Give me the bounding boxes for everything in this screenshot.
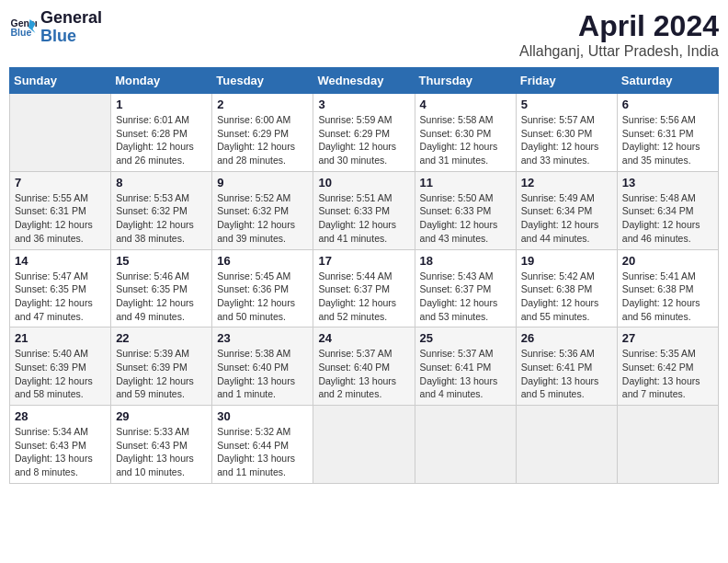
day-info: Sunrise: 5:53 AM Sunset: 6:32 PM Dayligh… [116, 191, 207, 246]
day-info: Sunrise: 5:37 AM Sunset: 6:40 PM Dayligh… [318, 347, 409, 401]
calendar-day-header: Friday [516, 68, 617, 94]
calendar-cell: 19Sunrise: 5:42 AM Sunset: 6:38 PM Dayli… [516, 249, 617, 327]
day-info: Sunrise: 5:44 AM Sunset: 6:37 PM Dayligh… [318, 270, 409, 324]
day-info: Sunrise: 5:46 AM Sunset: 6:35 PM Dayligh… [116, 270, 207, 324]
day-info: Sunrise: 5:43 AM Sunset: 6:37 PM Dayligh… [420, 270, 511, 324]
logo: General Blue General Blue [9, 9, 102, 46]
day-info: Sunrise: 5:57 AM Sunset: 6:30 PM Dayligh… [521, 113, 612, 167]
day-number: 7 [15, 176, 106, 190]
day-info: Sunrise: 5:59 AM Sunset: 6:29 PM Dayligh… [318, 113, 409, 167]
day-number: 27 [622, 331, 713, 345]
day-info: Sunrise: 5:50 AM Sunset: 6:33 PM Dayligh… [420, 191, 511, 246]
day-info: Sunrise: 5:38 AM Sunset: 6:40 PM Dayligh… [217, 347, 308, 401]
calendar-cell: 7Sunrise: 5:55 AM Sunset: 6:31 PM Daylig… [10, 171, 111, 249]
calendar-week-row: 21Sunrise: 5:40 AM Sunset: 6:39 PM Dayli… [10, 327, 719, 406]
day-info: Sunrise: 5:55 AM Sunset: 6:31 PM Dayligh… [15, 191, 106, 246]
calendar-cell: 12Sunrise: 5:49 AM Sunset: 6:34 PM Dayli… [516, 171, 617, 249]
day-info: Sunrise: 5:39 AM Sunset: 6:39 PM Dayligh… [116, 347, 207, 401]
calendar-cell: 15Sunrise: 5:46 AM Sunset: 6:35 PM Dayli… [111, 249, 212, 327]
page-subtitle: Allahganj, Uttar Pradesh, India [519, 43, 719, 60]
calendar-cell: 5Sunrise: 5:57 AM Sunset: 6:30 PM Daylig… [516, 94, 617, 172]
calendar-cell: 28Sunrise: 5:34 AM Sunset: 6:43 PM Dayli… [10, 406, 111, 484]
day-number: 11 [420, 176, 511, 190]
calendar-cell: 21Sunrise: 5:40 AM Sunset: 6:39 PM Dayli… [10, 327, 111, 406]
day-number: 22 [116, 331, 207, 345]
calendar-cell: 13Sunrise: 5:48 AM Sunset: 6:34 PM Dayli… [617, 171, 718, 249]
calendar-cell: 6Sunrise: 5:56 AM Sunset: 6:31 PM Daylig… [617, 94, 718, 172]
day-number: 13 [622, 176, 713, 190]
calendar-week-row: 7Sunrise: 5:55 AM Sunset: 6:31 PM Daylig… [10, 171, 719, 249]
day-number: 9 [217, 176, 308, 190]
calendar-day-header: Wednesday [313, 68, 415, 94]
day-info: Sunrise: 5:41 AM Sunset: 6:38 PM Dayligh… [622, 270, 713, 324]
day-info: Sunrise: 5:32 AM Sunset: 6:44 PM Dayligh… [217, 425, 308, 479]
calendar-day-header: Saturday [617, 68, 718, 94]
day-number: 10 [318, 176, 409, 190]
day-info: Sunrise: 6:00 AM Sunset: 6:29 PM Dayligh… [217, 113, 308, 167]
calendar-cell [516, 406, 617, 484]
calendar-cell: 1Sunrise: 6:01 AM Sunset: 6:28 PM Daylig… [111, 94, 212, 172]
calendar-cell: 3Sunrise: 5:59 AM Sunset: 6:29 PM Daylig… [313, 94, 415, 172]
calendar-week-row: 14Sunrise: 5:47 AM Sunset: 6:35 PM Dayli… [10, 249, 719, 327]
day-number: 23 [217, 331, 308, 345]
day-number: 2 [217, 98, 308, 111]
calendar-cell: 24Sunrise: 5:37 AM Sunset: 6:40 PM Dayli… [313, 327, 415, 406]
calendar-cell: 11Sunrise: 5:50 AM Sunset: 6:33 PM Dayli… [415, 171, 516, 249]
day-info: Sunrise: 5:36 AM Sunset: 6:41 PM Dayligh… [521, 347, 612, 401]
calendar-body: 1Sunrise: 6:01 AM Sunset: 6:28 PM Daylig… [10, 94, 719, 484]
calendar-cell [313, 406, 415, 484]
day-number: 6 [622, 98, 713, 111]
calendar-cell: 18Sunrise: 5:43 AM Sunset: 6:37 PM Dayli… [415, 249, 516, 327]
calendar-cell: 14Sunrise: 5:47 AM Sunset: 6:35 PM Dayli… [10, 249, 111, 327]
calendar-week-row: 28Sunrise: 5:34 AM Sunset: 6:43 PM Dayli… [10, 406, 719, 484]
calendar-table: SundayMondayTuesdayWednesdayThursdayFrid… [9, 67, 719, 484]
day-info: Sunrise: 5:52 AM Sunset: 6:32 PM Dayligh… [217, 191, 308, 246]
calendar-cell: 10Sunrise: 5:51 AM Sunset: 6:33 PM Dayli… [313, 171, 415, 249]
calendar-cell: 2Sunrise: 6:00 AM Sunset: 6:29 PM Daylig… [212, 94, 313, 172]
day-number: 19 [521, 254, 612, 268]
day-number: 15 [116, 254, 207, 268]
day-number: 16 [217, 254, 308, 268]
day-info: Sunrise: 5:45 AM Sunset: 6:36 PM Dayligh… [217, 270, 308, 324]
day-number: 8 [116, 176, 207, 190]
day-number: 21 [15, 331, 106, 345]
day-info: Sunrise: 5:35 AM Sunset: 6:42 PM Dayligh… [622, 347, 713, 401]
calendar-day-header: Monday [111, 68, 212, 94]
logo-icon: General Blue [9, 14, 37, 41]
calendar-cell: 27Sunrise: 5:35 AM Sunset: 6:42 PM Dayli… [617, 327, 718, 406]
logo-text: General Blue [40, 9, 102, 46]
day-number: 1 [116, 98, 207, 111]
day-number: 17 [318, 254, 409, 268]
calendar-day-header: Tuesday [212, 68, 313, 94]
day-info: Sunrise: 5:40 AM Sunset: 6:39 PM Dayligh… [15, 347, 106, 401]
day-number: 4 [420, 98, 511, 111]
day-number: 24 [318, 331, 409, 345]
day-number: 3 [318, 98, 409, 111]
day-info: Sunrise: 5:33 AM Sunset: 6:43 PM Dayligh… [116, 425, 207, 479]
title-area: April 2024 Allahganj, Uttar Pradesh, Ind… [519, 9, 719, 60]
calendar-cell: 22Sunrise: 5:39 AM Sunset: 6:39 PM Dayli… [111, 327, 212, 406]
day-number: 25 [420, 331, 511, 345]
calendar-day-header: Sunday [10, 68, 111, 94]
calendar-day-header: Thursday [415, 68, 516, 94]
day-number: 30 [217, 409, 308, 423]
calendar-cell: 20Sunrise: 5:41 AM Sunset: 6:38 PM Dayli… [617, 249, 718, 327]
day-number: 20 [622, 254, 713, 268]
day-number: 28 [15, 409, 106, 423]
day-number: 5 [521, 98, 612, 111]
calendar-cell: 23Sunrise: 5:38 AM Sunset: 6:40 PM Dayli… [212, 327, 313, 406]
day-info: Sunrise: 5:34 AM Sunset: 6:43 PM Dayligh… [15, 425, 106, 479]
calendar-cell: 26Sunrise: 5:36 AM Sunset: 6:41 PM Dayli… [516, 327, 617, 406]
calendar-cell: 17Sunrise: 5:44 AM Sunset: 6:37 PM Dayli… [313, 249, 415, 327]
day-info: Sunrise: 5:58 AM Sunset: 6:30 PM Dayligh… [420, 113, 511, 167]
day-number: 12 [521, 176, 612, 190]
calendar-header-row: SundayMondayTuesdayWednesdayThursdayFrid… [10, 68, 719, 94]
calendar-cell: 4Sunrise: 5:58 AM Sunset: 6:30 PM Daylig… [415, 94, 516, 172]
calendar-week-row: 1Sunrise: 6:01 AM Sunset: 6:28 PM Daylig… [10, 94, 719, 172]
calendar-cell: 30Sunrise: 5:32 AM Sunset: 6:44 PM Dayli… [212, 406, 313, 484]
day-info: Sunrise: 5:42 AM Sunset: 6:38 PM Dayligh… [521, 270, 612, 324]
day-info: Sunrise: 5:49 AM Sunset: 6:34 PM Dayligh… [521, 191, 612, 246]
day-info: Sunrise: 5:47 AM Sunset: 6:35 PM Dayligh… [15, 270, 106, 324]
calendar-cell: 16Sunrise: 5:45 AM Sunset: 6:36 PM Dayli… [212, 249, 313, 327]
day-info: Sunrise: 5:37 AM Sunset: 6:41 PM Dayligh… [420, 347, 511, 401]
